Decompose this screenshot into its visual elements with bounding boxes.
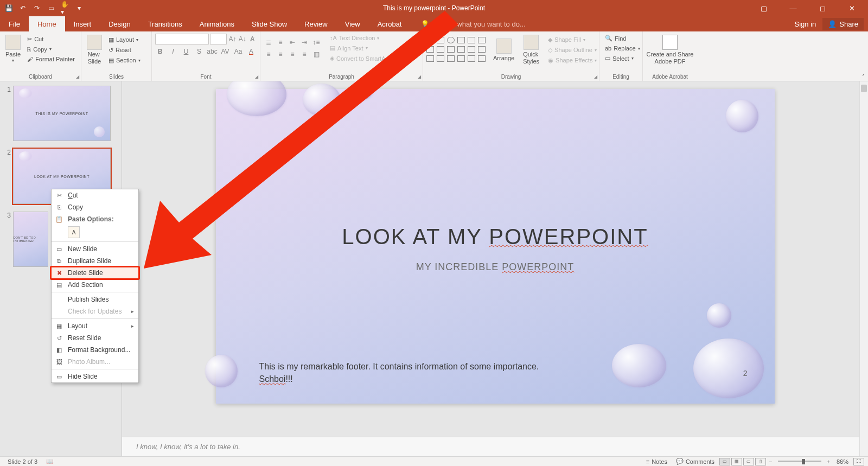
shadow-icon[interactable]: abc <box>207 47 217 56</box>
ctx-reset-slide[interactable]: ↺Reset Slide <box>52 332 138 344</box>
justify-icon[interactable]: ≡ <box>299 49 309 59</box>
ctx-format-background[interactable]: ◧Format Background... <box>52 344 138 356</box>
layout-button[interactable]: ▦Layout▾ <box>106 35 143 44</box>
minimize-icon[interactable]: — <box>782 1 804 15</box>
tab-transitions[interactable]: Transitions <box>139 16 191 31</box>
format-painter-button[interactable]: 🖌Format Painter <box>25 55 77 63</box>
start-from-beginning-icon[interactable]: ▭ <box>47 4 55 12</box>
reading-view-button[interactable]: ▭ <box>743 458 754 465</box>
paste-option-keep-formatting[interactable]: A <box>68 226 80 238</box>
redo-icon[interactable]: ↷ <box>33 4 41 12</box>
tab-animations[interactable]: Animations <box>191 16 243 31</box>
comments-button[interactable]: 💬Comments <box>672 458 719 465</box>
ctx-add-section[interactable]: ▤Add Section <box>52 279 138 291</box>
share-button[interactable]: 👤 Share <box>822 18 864 30</box>
numbering-icon[interactable]: ≡ <box>276 37 285 47</box>
zoom-level[interactable]: 86% <box>832 458 853 465</box>
decrease-font-icon[interactable]: A↓ <box>238 34 247 44</box>
slide-title[interactable]: LOOK AT MY POWERPOINT <box>216 225 775 249</box>
decrease-indent-icon[interactable]: ⇤ <box>288 37 297 47</box>
ctx-new-slide[interactable]: ▭New Slide <box>52 243 138 255</box>
bullets-icon[interactable]: ≣ <box>264 37 273 47</box>
paste-button[interactable]: Paste ▾ <box>3 34 23 65</box>
dialog-launcher-icon[interactable]: ◢ <box>255 74 258 79</box>
align-text-button[interactable]: ▤Align Text▾ <box>328 43 395 53</box>
maximize-icon[interactable]: ◻ <box>812 1 833 15</box>
dialog-launcher-icon[interactable]: ◢ <box>594 74 597 79</box>
tell-me-search[interactable]: 💡 Tell me what you want to do... <box>410 16 525 31</box>
undo-icon[interactable]: ↶ <box>18 4 27 12</box>
align-center-icon[interactable]: ≡ <box>276 49 285 59</box>
char-spacing-icon[interactable]: AV <box>220 47 230 56</box>
replace-button[interactable]: abReplace▾ <box>603 44 639 53</box>
change-case-icon[interactable]: Aa <box>233 47 243 56</box>
convert-smartart-button[interactable]: ◈Convert to SmartArt▾ <box>328 54 395 63</box>
tab-review[interactable]: Review <box>296 16 336 31</box>
create-share-pdf-button[interactable]: Create and Share Adobe PDF <box>646 34 694 66</box>
cut-button[interactable]: ✂Cut <box>25 35 77 44</box>
shape-outline-button[interactable]: ◇Shape Outline▾ <box>546 46 599 55</box>
align-right-icon[interactable]: ≡ <box>288 49 297 59</box>
font-size-combo[interactable] <box>210 34 227 44</box>
increase-font-icon[interactable]: A↑ <box>228 34 237 44</box>
qat-customize-icon[interactable]: ▾ <box>75 4 84 12</box>
slide-sorter-view-button[interactable]: ▦ <box>731 458 742 465</box>
slide-thumbnail-1[interactable]: THIS IS MY POWERPOINT <box>13 86 111 141</box>
font-color-icon[interactable]: A <box>246 47 256 56</box>
save-icon[interactable]: 💾 <box>4 4 13 12</box>
slideshow-view-button[interactable]: ▯ <box>755 458 766 465</box>
clear-formatting-icon[interactable]: A̷ <box>248 34 257 44</box>
shapes-gallery[interactable] <box>426 37 487 63</box>
notes-button[interactable]: ≡Notes <box>642 458 672 465</box>
sign-in-link[interactable]: Sign in <box>788 20 823 28</box>
ctx-layout[interactable]: ▦Layout▸ <box>52 320 138 332</box>
slide-subtitle[interactable]: MY INCREDIBLE POWERPOINT <box>216 261 775 273</box>
columns-icon[interactable]: ▥ <box>311 49 321 59</box>
italic-icon[interactable]: I <box>168 47 178 56</box>
font-family-combo[interactable] <box>155 34 209 44</box>
status-slide-indicator[interactable]: Slide 2 of 3 <box>3 458 42 465</box>
collapse-ribbon-icon[interactable]: ˄ <box>862 74 865 80</box>
quick-styles-button[interactable]: Quick Styles <box>521 34 541 66</box>
tab-insert[interactable]: Insert <box>65 16 100 31</box>
ctx-copy[interactable]: ⎘Copy <box>52 201 138 213</box>
slide-thumbnail-3[interactable]: DON'T BE TOO INTIMIDATED <box>13 212 48 267</box>
shape-fill-button[interactable]: ◆Shape Fill▾ <box>546 35 599 44</box>
fit-to-window-button[interactable]: ⛶ <box>853 458 864 465</box>
close-icon[interactable]: ✕ <box>841 1 863 15</box>
find-button[interactable]: 🔍Find <box>603 34 639 43</box>
tab-file[interactable]: File <box>0 16 29 31</box>
ctx-cut[interactable]: ✂Cut <box>52 189 138 201</box>
copy-button[interactable]: ⎘Copy▾ <box>25 45 77 54</box>
select-button[interactable]: ▭Select▾ <box>603 54 639 63</box>
bold-icon[interactable]: B <box>155 47 165 56</box>
ctx-delete-slide[interactable]: ✖Delete Slide <box>52 267 138 279</box>
slide-footer[interactable]: This is my remarkable footer. It contain… <box>259 361 563 385</box>
ribbon-display-options-icon[interactable]: ▢ <box>753 1 775 15</box>
align-left-icon[interactable]: ≡ <box>264 49 273 59</box>
strikethrough-icon[interactable]: S <box>194 47 204 56</box>
notes-pane[interactable]: I know, I know, it's a lot to take in. <box>122 437 868 456</box>
tab-design[interactable]: Design <box>100 16 139 31</box>
underline-icon[interactable]: U <box>181 47 191 56</box>
tab-slideshow[interactable]: Slide Show <box>243 16 296 31</box>
increase-indent-icon[interactable]: ⇥ <box>299 37 309 47</box>
zoom-slider[interactable] <box>778 461 821 462</box>
spell-check-icon[interactable]: 📖 <box>42 458 58 465</box>
section-button[interactable]: ▤Section▾ <box>106 56 143 65</box>
slide-canvas[interactable]: LOOK AT MY POWERPOINT MY INCREDIBLE POWE… <box>216 89 775 404</box>
vertical-scrollbar[interactable] <box>859 81 868 456</box>
tab-home[interactable]: Home <box>29 16 65 31</box>
normal-view-button[interactable]: ▭ <box>719 458 730 465</box>
ctx-duplicate-slide[interactable]: ⧉Duplicate Slide <box>52 255 138 267</box>
new-slide-button[interactable]: New Slide <box>85 34 104 66</box>
ctx-publish-slides[interactable]: Publish Slides <box>52 293 138 305</box>
reset-button[interactable]: ↺Reset <box>106 46 143 55</box>
ctx-hide-slide[interactable]: ▭Hide Slide <box>52 371 138 382</box>
tab-acrobat[interactable]: Acrobat <box>369 16 411 31</box>
tab-view[interactable]: View <box>336 16 369 31</box>
dialog-launcher-icon[interactable]: ◢ <box>418 74 421 79</box>
text-direction-button[interactable]: ↕AText Direction▾ <box>328 34 395 42</box>
arrange-button[interactable]: Arrange <box>491 37 516 63</box>
dialog-launcher-icon[interactable]: ◢ <box>76 74 79 79</box>
